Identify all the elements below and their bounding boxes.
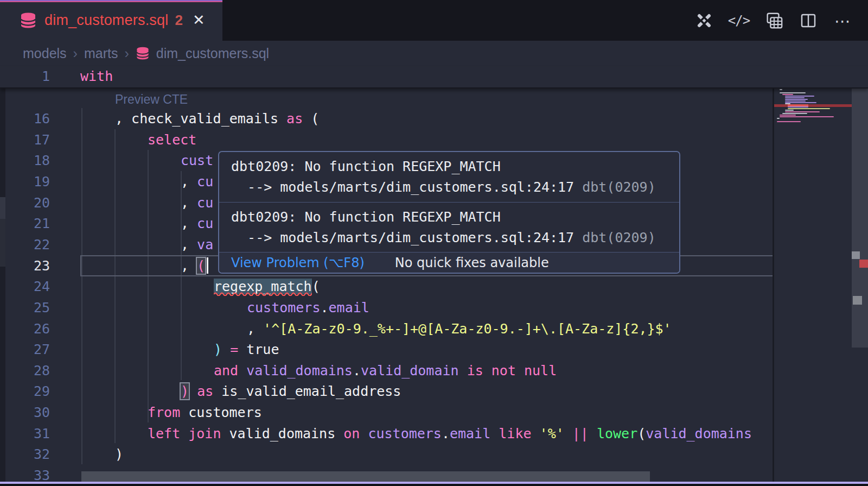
horizontal-scrollbar-thumb[interactable] [81,471,650,482]
diagnostic-message: dbt0209: No function REGEXP_MATCH --> mo… [219,202,679,252]
code-text: select [148,129,196,150]
minimap-error-line [774,104,852,107]
code-line-27[interactable]: 27) = true [0,339,773,360]
line-number: 19 [0,171,50,192]
chevron-right-icon: › [73,46,78,61]
dbt-extension-icon[interactable] [694,11,714,30]
code-line-30[interactable]: 30from customers [0,402,773,423]
rail-scrollbar-thumb[interactable] [0,219,5,267]
close-tab-icon[interactable]: ✕ [193,13,205,28]
minimap-code-row [785,99,808,100]
code-token: valid_domains [246,363,353,378]
tab-dim-customers[interactable]: dim_customers.sql 2 ✕ [0,0,222,41]
code-token: from [148,405,180,420]
code-token: '%' [540,426,564,441]
code-text: cust [181,150,213,171]
diagnostic-source: dbt(0209) [582,230,655,245]
code-token: ) [115,446,123,462]
code-text: customers.email [247,297,369,318]
code-text: , cu [181,171,213,192]
code-line-28[interactable]: 28and valid_domains.valid_domain is not … [0,360,773,381]
code-text: left join valid_domains on customers.ema… [148,423,752,444]
code-preview-icon[interactable]: </> [729,11,749,30]
code-line-17[interactable]: 17select [0,129,773,150]
code-token [221,426,229,441]
text-cursor [207,257,208,274]
code-text: regexp_match( [214,276,320,297]
code-token: lower [597,426,637,441]
code-token [532,426,540,441]
breadcrumb-item-models[interactable]: models [23,46,67,61]
sticky-scroll-line[interactable]: 1 with [0,66,868,89]
code-token: ( [637,426,646,441]
breadcrumb-item-file[interactable]: dim_customers.sql [156,46,269,61]
code-token: true [246,342,279,357]
more-actions-icon[interactable]: ⋯ [833,11,853,30]
code-token: as [197,383,213,399]
diagnostic-text: dbt0209: No function REGEXP_MATCH [231,209,501,225]
code-token: cust [181,153,213,168]
code-line-31[interactable]: 31left join valid_domains on customers.e… [0,423,773,444]
minimap-code-row [785,96,814,97]
tab-problem-count: 2 [175,12,182,29]
code-token: ( [303,111,319,127]
query-results-table-icon[interactable] [764,11,783,30]
code-token: || [572,426,589,441]
code-token: customers [188,405,261,420]
minimap-code-row [785,111,820,112]
tab-bar: dim_customers.sql 2 ✕ </> ⋯ [0,0,868,41]
minimap-code-row [785,102,816,103]
code-text: , cu [181,213,213,234]
code-token: . [442,426,450,441]
code-token [564,426,572,441]
code-line-24[interactable]: 24regexp_match( [0,276,773,297]
codelens-preview-cte[interactable]: Preview CTE [115,92,188,107]
code-line-26[interactable]: 26, '^[A-Za-z0-9._%+-]+@[A-Za-z0-9.-]+\.… [0,318,773,339]
code-line-29[interactable]: 29) as is_valid_email_address [0,381,773,402]
code-token: ) [181,383,189,399]
rail-scrollbar-thumb[interactable] [0,197,5,219]
code-line-32[interactable]: 32) [0,444,773,465]
minimap-code-row [780,92,806,93]
minimap-code-row [785,97,805,98]
minimap-code-row [782,113,807,114]
vertical-scrollbar-thumb[interactable] [852,68,868,348]
code-token: cu [197,216,213,231]
code-token: valid_domains [646,426,752,441]
code-token: ( [312,279,320,294]
code-token: ( [197,258,205,274]
code-token: select [148,132,196,148]
code-token: , [181,216,197,231]
diagnostic-message: dbt0209: No function REGEXP_MATCH --> mo… [219,152,679,202]
code-token: email [329,300,369,315]
code-token: email [450,426,490,441]
sticky-code-text: with [80,66,113,87]
code-token [213,383,221,399]
code-token [490,426,499,441]
breadcrumb-item-marts[interactable]: marts [84,46,118,61]
code-text: from customers [148,402,262,423]
code-token: , [181,195,197,211]
code-text: , '^[A-Za-z0-9._%+-]+@[A-Za-z0-9.-]+\.[A… [247,318,672,339]
code-text: , cu [181,192,213,213]
minimap-code-row [782,94,793,95]
code-line-16[interactable]: 16, check_valid_emails as ( [0,108,773,129]
code-token [180,405,188,420]
code-token: regexp_match [214,279,312,294]
overview-ruler-error-marker [859,260,868,268]
code-token: on [343,426,360,441]
line-number: 16 [0,108,50,129]
split-editor-icon[interactable] [799,11,818,30]
database-icon [20,12,37,29]
code-line-25[interactable]: 25customers.email [0,297,773,318]
code-token [189,383,197,399]
vscode-editor-window: { "tab": { "title": "dim_customers.sql",… [0,0,868,486]
minimap-code-row [785,100,806,102]
view-problem-link[interactable]: View Problem (⌥F8) [231,255,365,270]
code-token: valid_domains [229,426,336,441]
bottom-edge [0,484,868,486]
minimap-code-row [788,108,830,109]
code-token [222,342,230,357]
code-token: . [353,363,361,378]
diagnostic-location: --> models/marts/dim_customers.sql:24:17 [231,230,582,245]
